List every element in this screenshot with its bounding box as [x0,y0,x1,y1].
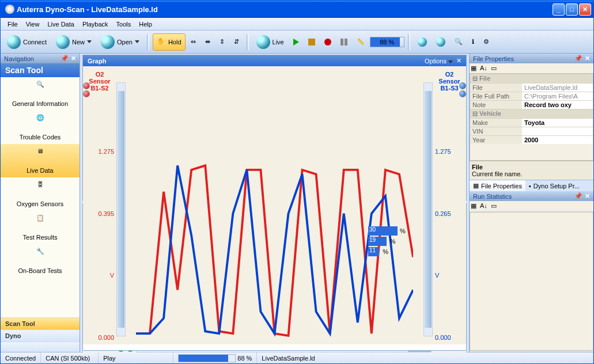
world-button[interactable] [432,33,449,51]
prop-file-path[interactable]: C:\Program Files\A [522,92,593,100]
pin-icon[interactable]: 📌 [60,55,69,62]
prop-description: FileCurrent file name. [470,161,593,180]
status-dot-red[interactable] [83,90,90,97]
warning-globe-icon: 🌐 [31,114,50,132]
menu-bar: File View Live Data Playback Tools Help [1,18,593,31]
scan-tool-title: Scan Tool [1,63,80,77]
gear-icon: ⚙ [483,38,489,46]
main-toolbar: Connect New Open ✋Hold ⇔ ⇼ ⇕ ⇵ Live 📏 88… [1,31,593,54]
open-icon [101,35,115,49]
nav-group-dyno[interactable]: Dyno [1,329,80,342]
graph-close-button[interactable]: ✕ [456,57,461,65]
menu-help[interactable]: Help [135,20,156,29]
connect-button[interactable]: Connect [3,33,51,51]
props-page-icon[interactable]: ▭ [491,202,497,210]
status-dot-blue[interactable] [459,90,466,97]
hold-button[interactable]: ✋Hold [153,33,186,51]
nav-test-results[interactable]: 📋Test Results [1,211,80,244]
run-stats-toolbar: ▦ A↓ ▭ [470,201,593,211]
close-button[interactable]: ✕ [579,3,591,16]
info-icon: ℹ [472,38,474,46]
tab-dyno-setup[interactable]: ▪ Dyno Setup Pr... [525,180,583,191]
left-axis-max: 1.275 [98,148,114,155]
search-button[interactable] [414,33,431,51]
live-button[interactable]: Live [252,33,288,51]
status-progress: 88 % [173,352,257,363]
live-icon [256,35,270,49]
maximize-button[interactable]: □ [566,3,578,16]
graph-title: Graph [88,58,106,65]
play-button[interactable] [289,33,303,51]
nav-oxygen-sensors[interactable]: 🎛Oxygen Sensors [1,177,80,211]
menu-tools[interactable]: Tools [113,20,135,29]
file-props-header: File Properties 📌✕ [470,54,593,63]
pin-icon[interactable]: 📌 [574,192,582,199]
prop-file[interactable]: LiveDataSample.ld [522,84,593,92]
left-scroll[interactable] [116,82,126,336]
open-button[interactable]: Open [97,33,143,51]
status-playback: Play [99,352,173,363]
zoom-icon: 🔍 [455,38,463,46]
pane-close-button[interactable]: ✕ [585,192,590,199]
arrows-in-h-icon: ⇼ [205,38,210,46]
graph-options-button[interactable]: Options [425,58,453,65]
run-stats-header: Run Statistics 📌✕ [470,191,593,201]
globe-icon [436,37,445,47]
pause-button[interactable] [336,33,351,51]
record-icon [324,39,331,46]
nav-expand[interactable] [1,342,80,352]
sort-icon[interactable]: A↓ [480,202,487,210]
sort-icon[interactable]: A↓ [480,65,487,72]
nav-trouble-codes[interactable]: 🌐Trouble Codes [1,111,80,144]
minimize-button[interactable]: _ [553,3,565,16]
zoom-button[interactable]: 🔍 [451,33,467,51]
nav-live-data[interactable]: 🖥Live Data [1,144,80,177]
pin-icon[interactable]: 📌 [574,55,582,62]
prop-grid-toolbar: ▦ A↓ ▭ [470,63,593,73]
props-page-icon[interactable]: ▭ [491,65,497,72]
status-dot-blue[interactable] [459,82,466,89]
shrink-h-button[interactable]: ⇼ [201,33,214,51]
stop-button[interactable] [304,33,319,51]
window-titlebar: Auterra Dyno-Scan - LiveDataSample.ld _ … [1,1,593,18]
chip-icon: 🔧 [31,248,50,266]
run-stats-grid [470,212,593,351]
arrows-in-v-icon: ⇵ [234,38,239,46]
window-title: Auterra Dyno-Scan - LiveDataSample.ld [17,5,553,14]
menu-playback[interactable]: Playback [79,20,112,29]
prop-year[interactable]: 2000 [522,136,593,144]
prop-make[interactable]: Toyota [522,119,593,127]
navigation-pane: Navigation 📌✕ Scan Tool 🔍General Informa… [1,54,80,352]
navigation-header: Navigation 📌✕ [1,54,80,63]
status-dot-red[interactable] [83,82,90,89]
file-property-grid: ⊟ File FileLiveDataSample.ld File Full P… [470,73,593,161]
pane-close-button[interactable]: ✕ [585,55,590,62]
info-button[interactable]: ℹ [468,33,478,51]
tab-file-properties[interactable]: ▦ File Properties [470,180,525,191]
settings-button[interactable]: ⚙ [479,33,493,51]
new-button[interactable]: New [52,33,96,51]
menu-file[interactable]: File [4,20,21,29]
left-axis-min: 0.000 [98,334,114,341]
marker-button[interactable]: 📏 [353,33,369,51]
nav-general-information[interactable]: 🔍General Information [1,77,80,111]
nav-onboard-tests[interactable]: 🔧On-Board Tests [1,244,80,278]
nav-group-scan-tool[interactable]: Scan Tool [1,317,80,329]
prop-vin[interactable] [522,127,593,135]
menu-live-data[interactable]: Live Data [44,20,77,29]
expand-v-button[interactable]: ⇕ [215,33,229,51]
clipboard-icon: 📋 [31,214,50,233]
record-button[interactable] [320,33,335,51]
prop-note[interactable]: Record two oxy [522,101,593,109]
menu-view[interactable]: View [22,20,43,29]
monitor-icon: 🖥 [31,147,50,166]
pane-close-button[interactable]: ✕ [71,55,76,62]
categorize-icon[interactable]: ▦ [471,202,476,210]
arrows-v-icon: ⇕ [220,38,225,46]
right-scroll[interactable] [423,82,433,336]
categorize-icon[interactable]: ▦ [471,65,476,72]
expand-h-button[interactable]: ⇔ [187,33,200,51]
chart-plot[interactable] [126,66,423,344]
left-axis-unit: V [110,272,114,279]
shrink-v-button[interactable]: ⇵ [230,33,243,51]
